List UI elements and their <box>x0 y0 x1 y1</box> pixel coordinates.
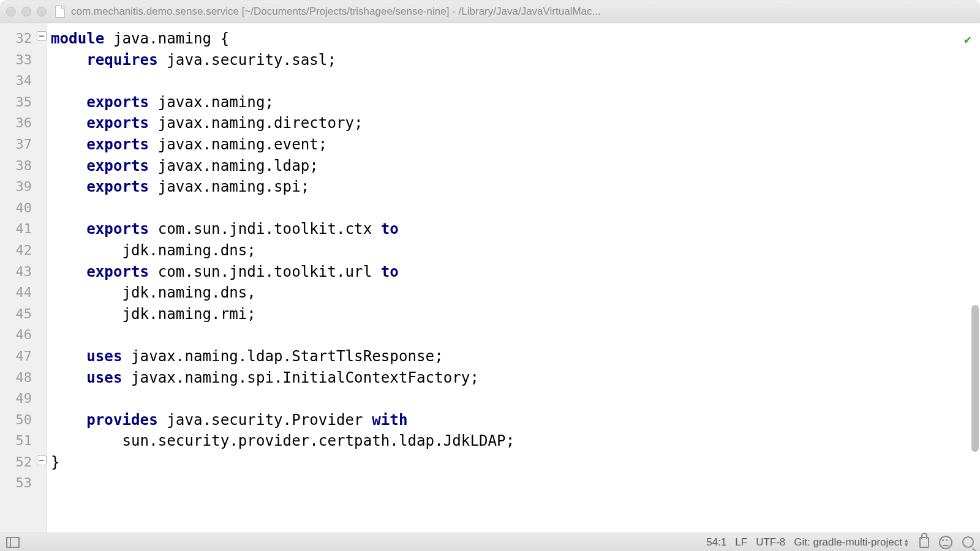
search-icon[interactable] <box>962 536 974 548</box>
fold-column[interactable] <box>36 23 47 533</box>
caret-position[interactable]: 54:1 <box>706 536 726 549</box>
inspection-ok-icon[interactable]: ✔ <box>964 32 971 47</box>
status-bar: 54:1 LF UTF-8 Git: gradle-multi-project▴… <box>0 533 980 551</box>
code-editor[interactable]: 32 33 34 35 36 37 38 39 40 41 42 43 44 4… <box>0 23 980 533</box>
minimize-dot-icon[interactable] <box>21 7 31 17</box>
code-area[interactable]: module java.naming { requires java.secur… <box>47 23 980 533</box>
editor-scrollbar[interactable] <box>971 305 979 452</box>
window-titlebar[interactable]: com.mechanitis.demo.sense.service [~/Doc… <box>0 0 980 23</box>
file-encoding[interactable]: UTF-8 <box>756 536 785 549</box>
zoom-dot-icon[interactable] <box>37 7 47 17</box>
inspection-hector-icon[interactable] <box>939 536 952 549</box>
close-dot-icon[interactable] <box>6 7 16 17</box>
fold-toggle-icon[interactable] <box>37 455 47 465</box>
git-branch[interactable]: Git: gradle-multi-project▴▾ <box>794 536 908 549</box>
traffic-lights <box>6 7 47 17</box>
line-number-gutter[interactable]: 32 33 34 35 36 37 38 39 40 41 42 43 44 4… <box>0 23 36 533</box>
panels-icon[interactable] <box>6 537 20 548</box>
fold-toggle-icon[interactable] <box>37 31 47 41</box>
window-title: com.mechanitis.demo.sense.service [~/Doc… <box>71 6 974 18</box>
readonly-lock-icon[interactable] <box>919 537 929 548</box>
file-icon <box>55 6 65 18</box>
line-separator[interactable]: LF <box>735 536 747 549</box>
